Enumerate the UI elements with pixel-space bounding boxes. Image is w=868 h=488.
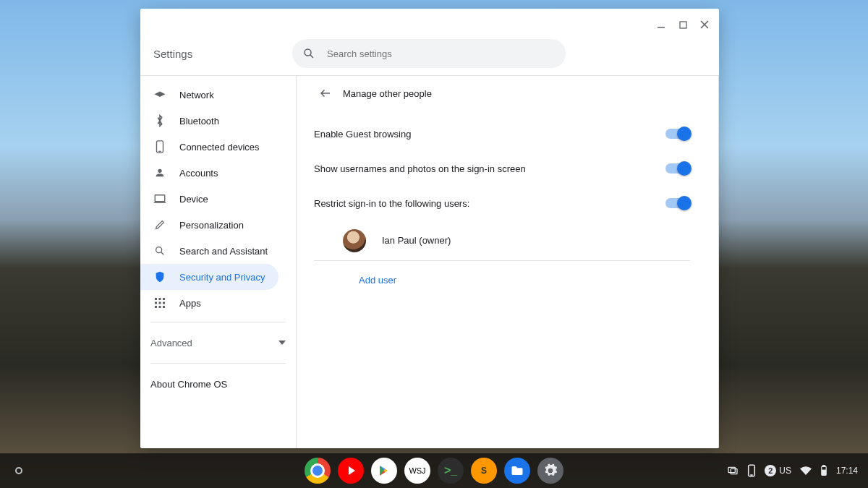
search-icon: [302, 47, 315, 60]
app-play-store[interactable]: [371, 458, 397, 484]
sidebar-item-device[interactable]: Device: [140, 186, 278, 212]
toggle-show-usernames[interactable]: [665, 163, 690, 174]
sidebar-item-label: Device: [179, 194, 208, 205]
svg-rect-17: [155, 306, 157, 308]
window-titlebar: [140, 9, 719, 40]
svg-rect-7: [155, 195, 165, 202]
tray-notification-badge[interactable]: 2 US: [765, 465, 791, 476]
settings-body: Network Bluetooth Connected devices Acco…: [140, 75, 719, 448]
setting-row-show-usernames: Show usernames and photos on the sign-in…: [314, 151, 690, 186]
maximize-button[interactable]: [673, 14, 693, 35]
app-sublime[interactable]: S: [471, 458, 497, 484]
sidebar-item-accounts[interactable]: Accounts: [140, 160, 278, 186]
sidebar-item-connected-devices[interactable]: Connected devices: [140, 134, 278, 160]
user-name-label: Ian Paul (owner): [382, 235, 451, 246]
sidebar: Network Bluetooth Connected devices Acco…: [140, 76, 297, 448]
magnifier-icon: [153, 244, 166, 257]
sidebar-divider: [150, 322, 286, 322]
svg-rect-19: [163, 306, 165, 308]
person-icon: [153, 166, 166, 179]
settings-header: Settings: [140, 40, 719, 75]
notif-count: 2: [765, 465, 776, 476]
svg-rect-21: [731, 468, 738, 474]
svg-point-2: [305, 49, 311, 56]
tray-battery-icon[interactable]: [820, 465, 827, 476]
tray-wifi-icon[interactable]: [800, 466, 812, 475]
svg-rect-1: [680, 22, 686, 28]
svg-rect-25: [822, 466, 825, 467]
sidebar-item-label: Accounts: [179, 168, 218, 179]
add-user-label: Add user: [359, 275, 396, 286]
folder-icon: [511, 465, 524, 476]
system-tray[interactable]: 2 US 17:14: [727, 464, 868, 477]
sidebar-item-apps[interactable]: Apps: [140, 290, 278, 316]
svg-line-10: [161, 252, 164, 255]
toggle-guest-browsing[interactable]: [665, 129, 690, 139]
content-pane: Manage other people Enable Guest browsin…: [297, 76, 719, 448]
phone-icon: [153, 140, 166, 153]
app-youtube[interactable]: [338, 458, 364, 484]
app-wsj[interactable]: WSJ: [404, 458, 430, 484]
app-settings[interactable]: [537, 458, 563, 484]
user-row: Ian Paul (owner): [314, 221, 690, 261]
advanced-label: Advanced: [150, 338, 192, 348]
svg-rect-15: [159, 302, 161, 304]
sidebar-item-security-privacy[interactable]: Security and Privacy: [140, 264, 278, 290]
back-button[interactable]: [314, 82, 337, 105]
app-chrome[interactable]: [305, 458, 331, 484]
sidebar-item-bluetooth[interactable]: Bluetooth: [140, 108, 278, 134]
sidebar-item-about[interactable]: About Chrome OS: [140, 369, 296, 398]
sidebar-item-advanced[interactable]: Advanced: [140, 328, 296, 357]
svg-rect-11: [155, 298, 157, 300]
sidebar-item-search-assistant[interactable]: Search and Assistant: [140, 238, 278, 264]
svg-line-3: [310, 55, 313, 58]
svg-rect-13: [163, 298, 165, 300]
gear-icon: [543, 463, 558, 478]
chevron-down-icon: [278, 341, 286, 345]
sidebar-item-personalization[interactable]: Personalization: [140, 212, 278, 238]
sidebar-item-label: Apps: [179, 298, 201, 309]
add-user-button[interactable]: Add user: [314, 261, 690, 299]
svg-point-6: [158, 169, 161, 173]
subpage-header: Manage other people: [314, 76, 690, 111]
setting-label: Show usernames and photos on the sign-in…: [314, 163, 526, 174]
apps-grid-icon: [153, 296, 166, 309]
ime-label: US: [779, 466, 791, 476]
setting-label: Restrict sign-in to the following users:: [314, 198, 469, 209]
tray-phone-icon[interactable]: [747, 464, 756, 477]
tray-clock[interactable]: 17:14: [836, 466, 858, 476]
sidebar-item-label: Security and Privacy: [179, 272, 265, 283]
about-label: About Chrome OS: [150, 379, 227, 390]
sidebar-item-label: Connected devices: [179, 142, 260, 153]
app-terminal[interactable]: >_: [438, 458, 464, 484]
laptop-icon: [153, 192, 166, 205]
setting-label: Enable Guest browsing: [314, 129, 411, 140]
svg-rect-16: [163, 302, 165, 304]
content-right-divider: [718, 76, 719, 448]
svg-rect-26: [822, 470, 826, 474]
pencil-icon: [153, 218, 166, 231]
search-field[interactable]: [292, 39, 566, 68]
sidebar-divider: [150, 363, 286, 364]
bluetooth-icon: [153, 114, 166, 127]
sidebar-item-label: Search and Assistant: [179, 246, 268, 257]
terminal-icon: >_: [444, 464, 457, 477]
sidebar-item-label: Personalization: [179, 220, 244, 231]
avatar: [343, 229, 366, 252]
sidebar-item-label: Network: [179, 90, 214, 100]
page-title: Manage other people: [343, 88, 432, 99]
tray-overview-icon[interactable]: [727, 465, 739, 476]
page-app-title: Settings: [153, 48, 192, 60]
minimize-button[interactable]: [651, 14, 671, 35]
svg-point-9: [156, 247, 162, 253]
setting-row-guest-browsing: Enable Guest browsing: [314, 116, 690, 151]
svg-rect-14: [155, 302, 157, 304]
sidebar-item-network[interactable]: Network: [140, 82, 278, 108]
app-files[interactable]: [504, 458, 530, 484]
toggle-restrict-signin[interactable]: [665, 198, 690, 208]
search-input[interactable]: [327, 48, 556, 59]
settings-window: Settings Network Bluetooth Connected dev…: [140, 9, 719, 448]
close-button[interactable]: [694, 14, 715, 35]
shelf: WSJ >_ S 2 US 17:14: [0, 453, 868, 488]
launcher-button[interactable]: [6, 458, 32, 484]
